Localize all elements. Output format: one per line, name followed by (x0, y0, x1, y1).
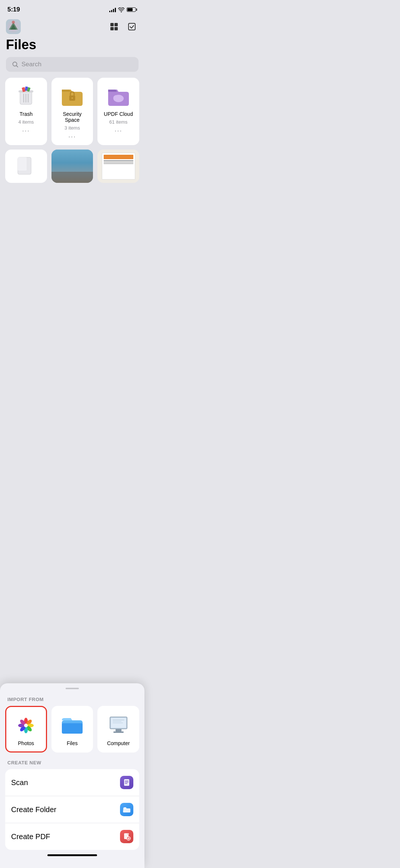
security-card-count: 3 items (64, 125, 80, 131)
trash-card-count: 4 items (18, 119, 34, 125)
partial-card-1[interactable] (5, 150, 47, 183)
grid-card-security[interactable]: Security Space 3 items ··· (51, 78, 93, 145)
trash-folder-icon (13, 84, 39, 107)
app-logo (6, 19, 21, 34)
trash-card-more[interactable]: ··· (22, 127, 30, 135)
svg-point-9 (13, 62, 17, 66)
grid-view-button[interactable] (107, 20, 121, 33)
trash-card-name: Trash (20, 111, 33, 117)
search-placeholder: Search (21, 61, 41, 68)
security-card-more[interactable]: ··· (68, 133, 76, 141)
signal-icon (109, 7, 116, 12)
status-icons (109, 7, 137, 12)
search-bar[interactable]: Search (6, 57, 139, 72)
search-icon (12, 61, 19, 68)
status-bar: 5:19 (0, 0, 144, 16)
grid-card-trash[interactable]: Trash 4 items ··· (5, 78, 47, 145)
page-title: Files (0, 36, 144, 57)
svg-rect-4 (110, 23, 114, 26)
select-button[interactable] (125, 20, 139, 33)
file-grid: Trash 4 items ··· Security Space 3 items… (0, 78, 144, 145)
security-card-name: Security Space (56, 111, 89, 123)
grid-card-updf-cloud[interactable]: UPDF Cloud 61 items ··· (97, 78, 139, 145)
svg-rect-6 (110, 27, 114, 30)
svg-rect-25 (18, 157, 27, 171)
grid-partial-row (0, 150, 144, 183)
status-time: 5:19 (7, 6, 20, 13)
partial-card-2[interactable] (51, 150, 93, 183)
updf-card-name: UPDF Cloud (104, 111, 133, 117)
svg-point-23 (118, 96, 123, 100)
security-folder-icon (59, 84, 86, 107)
partial-card-3[interactable] (97, 150, 139, 183)
header-actions (107, 20, 139, 33)
updf-card-more[interactable]: ··· (114, 127, 122, 135)
svg-rect-5 (114, 23, 118, 26)
battery-icon (127, 7, 137, 12)
svg-point-20 (71, 97, 73, 99)
svg-rect-7 (114, 27, 118, 30)
svg-rect-8 (129, 23, 135, 30)
svg-point-3 (12, 21, 15, 24)
updf-card-count: 61 items (109, 119, 127, 125)
wifi-icon (118, 7, 124, 12)
cloud-folder-icon (105, 84, 132, 107)
header (0, 16, 144, 36)
